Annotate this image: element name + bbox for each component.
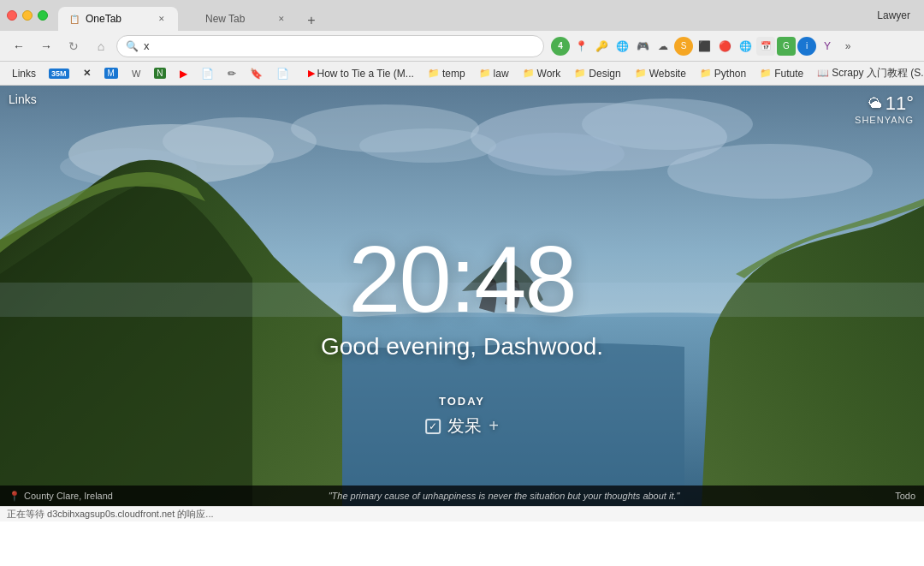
location-text: County Clare, Ireland: [24, 491, 113, 501]
bookmark-edit[interactable]: ✏: [222, 64, 242, 83]
bookmark-m[interactable]: M: [98, 64, 124, 83]
refresh-button[interactable]: ↻: [62, 34, 86, 58]
tab-favicon-newtab: [188, 13, 200, 25]
bottom-info-bar: 📍 County Clare, Ireland "The primary cau…: [0, 486, 924, 506]
tab-label-onetab: OneTab: [86, 13, 151, 25]
tab-newtab[interactable]: New Tab ✕: [178, 7, 298, 31]
task-text: 发呆: [447, 414, 482, 438]
ext-icon-2[interactable]: 📍: [572, 37, 590, 56]
profile-button[interactable]: Lawyer: [870, 8, 917, 23]
weather-icon: 🌥: [868, 96, 882, 111]
bookmark-label-video: How to Tie a Tie (M...: [317, 68, 414, 80]
tabs-row: 📋 OneTab ✕ New Tab ✕ +: [58, 0, 870, 31]
bookmark-label-scrapy: Scrapy 入门教程 (S...: [832, 66, 924, 80]
bookmark-video[interactable]: ▶ How to Tie a Tie (M...: [302, 64, 420, 83]
location-info: 📍 County Clare, Ireland: [9, 491, 113, 502]
minimize-button[interactable]: [22, 10, 33, 21]
title-bar: 📋 OneTab ✕ New Tab ✕ + Lawyer: [0, 0, 924, 31]
bookmark-law[interactable]: 📁 law: [473, 64, 515, 83]
ext-icon-4[interactable]: 🌐: [613, 37, 631, 56]
bookmark-work[interactable]: 📁 Work: [517, 64, 567, 83]
ext-icon-5[interactable]: 🎮: [633, 37, 652, 56]
ext-icon-14[interactable]: Y: [818, 37, 837, 56]
bookmark-play[interactable]: ▶: [174, 64, 193, 83]
links-corner-label: Links: [9, 92, 37, 106]
bookmark-label-temp: temp: [442, 68, 465, 80]
bookmark-tag[interactable]: 🔖: [244, 64, 269, 83]
weather-city: SHENYANG: [855, 115, 914, 125]
bookmark-doc2[interactable]: 📄: [270, 64, 295, 83]
bookmark-w[interactable]: W: [126, 64, 146, 83]
bookmark-label-law: law: [494, 68, 509, 80]
ext-icon-more[interactable]: »: [838, 37, 857, 56]
ext-icon-12[interactable]: G: [777, 37, 796, 56]
tab-close-onetab[interactable]: ✕: [156, 13, 168, 25]
tab-onetab[interactable]: 📋 OneTab ✕: [58, 7, 178, 31]
bookmark-website[interactable]: 📁 Website: [629, 64, 692, 83]
bookmark-doc1[interactable]: 📄: [195, 64, 220, 83]
back-button[interactable]: ←: [7, 34, 31, 58]
today-section: TODAY ✓ 发呆 +: [425, 395, 499, 438]
bookmark-design[interactable]: 📁 Design: [568, 64, 626, 83]
location-icon: 📍: [9, 491, 21, 502]
new-tab-page: 🌥 11° SHENYANG Links 20:48 Good evening,…: [0, 86, 924, 506]
address-bar[interactable]: 🔍 x: [116, 35, 544, 57]
weather-temperature: 11°: [886, 92, 914, 115]
weather-widget: 🌥 11° SHENYANG: [855, 92, 914, 125]
forward-button[interactable]: →: [34, 34, 58, 58]
bookmark-futute[interactable]: 📁 Futute: [754, 64, 809, 83]
clock-time: 20:48: [321, 232, 603, 326]
today-label: TODAY: [425, 395, 499, 408]
tab-favicon-onetab: 📋: [68, 13, 80, 25]
bookmark-label-website: Website: [649, 68, 686, 80]
task-checkbox[interactable]: ✓: [425, 419, 441, 434]
bookmark-scrapy[interactable]: 📖 Scrapy 入门教程 (S...: [811, 64, 924, 83]
bookmarks-bar: Links 35M ✕ M W N ▶ 📄 ✏ 🔖 📄 ▶ How to Tie…: [0, 62, 924, 86]
search-icon: 🔍: [126, 40, 139, 52]
ext-icon-3[interactable]: 🔑: [592, 37, 611, 56]
bookmark-35m[interactable]: 35M: [43, 64, 75, 83]
ext-icon-6[interactable]: ☁: [654, 37, 672, 56]
bookmark-label-futute: Futute: [774, 68, 803, 80]
status-text: 正在等待 d3cbihxagsup0s.cloudfront.net 的响应..…: [7, 508, 214, 521]
links-label: Links: [7, 68, 41, 80]
ext-icon-1[interactable]: 4: [551, 37, 570, 56]
todo-button[interactable]: Todo: [895, 491, 915, 501]
ext-icon-9[interactable]: 🔴: [715, 37, 734, 56]
ext-icon-10[interactable]: 🌐: [736, 37, 755, 56]
weather-display: 🌥 11°: [855, 92, 914, 115]
close-button[interactable]: [7, 10, 17, 21]
status-bar: 正在等待 d3cbihxagsup0s.cloudfront.net 的响应..…: [0, 506, 924, 521]
new-tab-button[interactable]: +: [301, 10, 322, 31]
maximize-button[interactable]: [38, 10, 48, 21]
bookmark-label-work: Work: [537, 68, 561, 80]
home-button[interactable]: ⌂: [89, 34, 113, 58]
ext-icon-8[interactable]: ⬛: [695, 37, 714, 56]
ext-icon-11[interactable]: 📅: [756, 37, 775, 56]
nav-bar: ← → ↻ ⌂ 🔍 x 4 📍 🔑 🌐 🎮 ☁ S ⬛ 🔴 🌐 📅 G i Y …: [0, 31, 924, 62]
today-task: ✓ 发呆 +: [425, 414, 499, 438]
extension-icons: 4 📍 🔑 🌐 🎮 ☁ S ⬛ 🔴 🌐 📅 G i Y »: [551, 37, 857, 56]
traffic-lights: [7, 10, 48, 21]
address-text: x: [144, 39, 535, 52]
bookmark-temp[interactable]: 📁 temp: [422, 64, 471, 83]
bookmark-label-design: Design: [589, 68, 620, 80]
quote-text: "The primary cause of unhappiness is nev…: [120, 491, 888, 501]
ext-icon-13[interactable]: i: [797, 37, 816, 56]
tab-label-newtab: New Tab: [205, 13, 270, 25]
bookmark-x[interactable]: ✕: [77, 64, 97, 83]
bookmark-label-python: Python: [714, 68, 746, 80]
bookmark-python[interactable]: 📁 Python: [694, 64, 752, 83]
bookmark-n[interactable]: N: [148, 64, 171, 83]
ext-icon-7[interactable]: S: [674, 37, 693, 56]
tab-close-newtab[interactable]: ✕: [275, 13, 287, 25]
clock-container: 20:48 Good evening, Dashwood.: [321, 232, 603, 360]
task-add-button[interactable]: +: [489, 416, 499, 436]
clock-greeting: Good evening, Dashwood.: [321, 333, 603, 360]
